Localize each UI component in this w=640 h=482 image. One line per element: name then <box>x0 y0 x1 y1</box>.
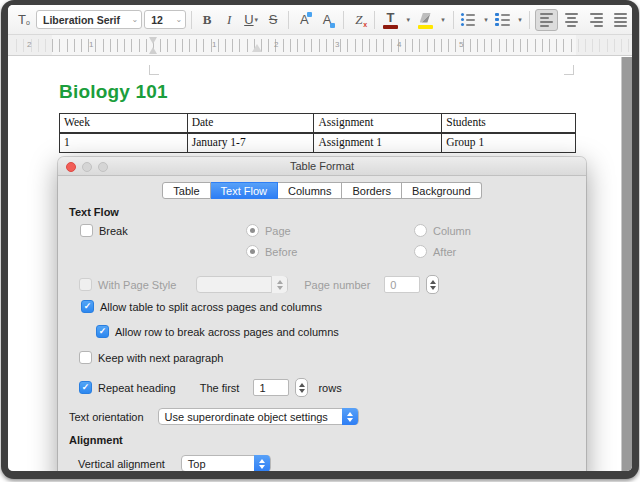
clear-formatting-x-mark: x <box>363 21 367 28</box>
alignment-section-label: Alignment <box>69 434 123 446</box>
column-radio-row: Column <box>414 224 471 237</box>
minimize-icon[interactable] <box>82 162 92 172</box>
numbered-list-button[interactable] <box>492 9 512 31</box>
break-checkbox[interactable] <box>80 224 93 237</box>
tab-table[interactable]: Table <box>162 182 210 199</box>
text-flow-section-label: Text Flow <box>69 206 119 218</box>
indent-marker[interactable] <box>149 37 158 54</box>
font-color-button[interactable]: T <box>380 9 401 31</box>
toolbar-separator <box>529 11 530 29</box>
align-justify-button[interactable] <box>609 9 632 31</box>
font-name-combo[interactable]: Liberation Serif ⌄ <box>36 10 142 29</box>
close-icon[interactable] <box>66 162 76 172</box>
underline-glyph: U <box>244 13 253 26</box>
underline-button[interactable]: U▾ <box>241 9 261 31</box>
bold-button[interactable]: B <box>197 9 217 31</box>
bullet-list-button[interactable] <box>458 9 478 31</box>
allow-table-split-row: ✓ Allow table to split across pages and … <box>81 300 322 313</box>
horizontal-ruler[interactable]: 2 1 1 2 3 4 5 <box>8 35 632 56</box>
after-label: After <box>433 246 456 258</box>
dialog-tabs: Table Text Flow Columns Borders Backgrou… <box>58 182 586 199</box>
tab-borders[interactable]: Borders <box>342 182 402 199</box>
align-center-button[interactable] <box>560 9 583 31</box>
align-left-icon <box>540 13 553 27</box>
table-header-cell[interactable]: Assignment <box>314 114 442 134</box>
chevron-down-icon[interactable]: ▾ <box>255 16 259 24</box>
align-right-button[interactable] <box>585 9 608 31</box>
text-orientation-select[interactable]: Use superordinate object settings <box>158 408 359 425</box>
stepper-icon <box>271 276 287 293</box>
ruler-number: 3 <box>335 40 339 49</box>
allow-row-break-label: Allow row to break across pages and colu… <box>115 326 339 338</box>
text-orientation-value: Use superordinate object settings <box>165 411 328 423</box>
vertical-alignment-value: Top <box>188 458 206 470</box>
with-page-style-checkbox[interactable] <box>79 278 92 291</box>
after-radio[interactable] <box>414 245 427 258</box>
font-color-dropdown[interactable]: ▾ <box>403 9 413 31</box>
table-cell[interactable]: Assignment 1 <box>314 133 442 153</box>
page-style-select[interactable] <box>196 276 288 293</box>
table-cell[interactable]: Group 1 <box>442 133 576 153</box>
dialog-body: Text Flow Break Page Column Before <box>58 199 586 471</box>
superscript-button[interactable]: A <box>294 9 315 31</box>
font-size-combo[interactable]: 12 ⌄ <box>144 10 186 29</box>
table-header-cell[interactable]: Students <box>442 114 576 134</box>
tab-background[interactable]: Background <box>402 182 482 199</box>
align-justify-icon <box>614 13 627 27</box>
document-heading[interactable]: Biology 101 <box>59 81 168 103</box>
before-label: Before <box>265 246 297 258</box>
ruler-number: 4 <box>397 40 401 49</box>
italic-button[interactable]: I <box>219 9 239 31</box>
dialog-title: Table Format <box>290 160 354 172</box>
clear-formatting-glyph: Z <box>355 13 362 26</box>
table-row[interactable]: 1 January 1-7 Assignment 1 Group 1 <box>60 133 576 153</box>
page-label: Page <box>265 225 291 237</box>
before-radio[interactable] <box>246 245 259 258</box>
align-right-icon <box>590 13 603 27</box>
allow-row-break-checkbox[interactable]: ✓ <box>96 325 109 338</box>
dialog-titlebar[interactable]: Table Format <box>58 157 586 176</box>
keep-with-next-row: Keep with next paragraph <box>79 351 223 364</box>
character-style-icon[interactable]: T o <box>14 9 34 31</box>
tab-stop-marker[interactable] <box>252 44 262 52</box>
table-cell[interactable]: 1 <box>60 133 188 153</box>
repeat-heading-checkbox[interactable]: ✓ <box>79 381 92 394</box>
repeat-rows-stepper[interactable] <box>295 378 308 397</box>
table-header-cell[interactable]: Week <box>60 114 188 134</box>
vertical-alignment-select[interactable]: Top <box>181 455 271 471</box>
zoom-icon[interactable] <box>98 162 108 172</box>
highlight-color-button[interactable] <box>415 9 436 31</box>
allow-table-split-checkbox[interactable]: ✓ <box>81 300 94 313</box>
table-header-row[interactable]: Week Date Assignment Students <box>60 114 576 134</box>
font-size-value: 12 <box>151 14 163 26</box>
table-format-dialog: Table Format Table Text Flow Columns Bor… <box>58 157 586 471</box>
page-radio[interactable] <box>246 224 259 237</box>
tab-columns[interactable]: Columns <box>278 182 342 199</box>
page-number-input[interactable]: 0 <box>384 276 420 293</box>
chevron-down-icon: ⌄ <box>131 15 138 24</box>
with-page-style-label: With Page Style <box>98 279 176 291</box>
numbered-list-dropdown[interactable]: ▾ <box>514 9 524 31</box>
align-left-button[interactable] <box>535 9 558 31</box>
subscript-button[interactable]: A <box>317 9 338 31</box>
column-radio[interactable] <box>414 224 427 237</box>
formatting-toolbar: T o Liberation Serif ⌄ 12 ⌄ B I U▾ S A A <box>8 5 632 35</box>
clear-formatting-button[interactable]: Z x <box>348 9 369 31</box>
vertical-alignment-row: Vertical alignment Top <box>78 455 271 471</box>
table-cell[interactable]: January 1-7 <box>187 133 314 153</box>
tab-text-flow[interactable]: Text Flow <box>211 182 278 199</box>
page-number-stepper[interactable] <box>426 275 439 294</box>
bullet-list-dropdown[interactable]: ▾ <box>480 9 490 31</box>
font-color-bar <box>383 25 398 29</box>
page-radio-row: Page <box>246 224 291 237</box>
document-table[interactable]: Week Date Assignment Students 1 January … <box>59 113 576 153</box>
repeat-rows-input[interactable]: 1 <box>253 379 289 396</box>
keep-with-next-checkbox[interactable] <box>79 351 92 364</box>
table-header-cell[interactable]: Date <box>187 114 314 134</box>
toolbar-separator <box>374 11 375 29</box>
character-style-subscript: o <box>26 19 30 26</box>
vertical-alignment-label: Vertical alignment <box>78 458 165 470</box>
highlight-color-dropdown[interactable]: ▾ <box>438 9 448 31</box>
align-center-icon <box>565 13 578 27</box>
strikethrough-button[interactable]: S <box>263 9 283 31</box>
